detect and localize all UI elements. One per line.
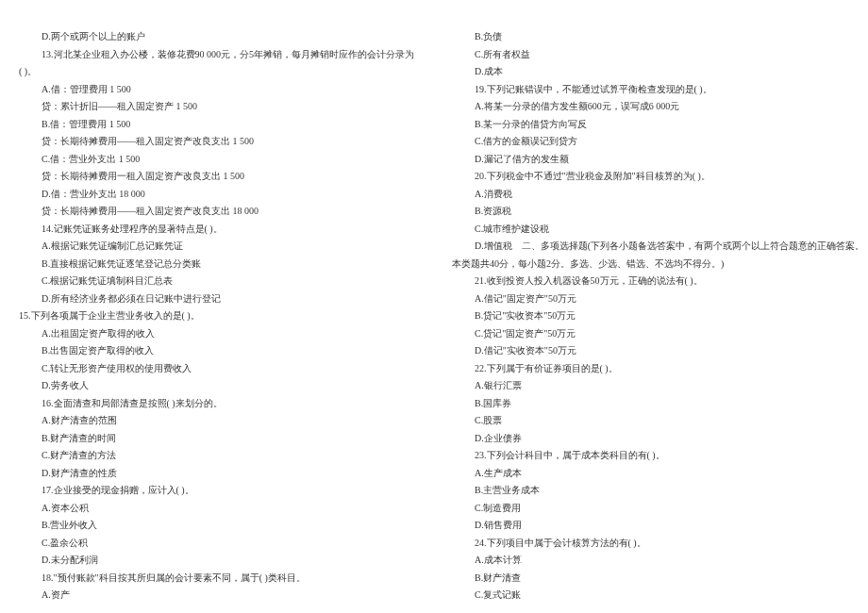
text-line: D.借：营业外支出 18 000 — [19, 186, 414, 204]
text-line: A.生产成本 — [452, 465, 864, 483]
text-line: C.盈余公积 — [19, 535, 414, 553]
right-column: B.负债C.所有者权益D.成本19.下列记账错误中，不能通过试算平衡检查发现的是… — [452, 28, 864, 604]
text-line: A.财产清查的范围 — [19, 412, 414, 430]
text-line: B.主营业务成本 — [452, 482, 864, 500]
text-line: A.借记"固定资产"50万元 — [452, 290, 864, 308]
text-line: D.未分配利润 — [19, 552, 414, 570]
text-line: C.复式记账 — [452, 587, 864, 605]
text-line: D.所有经济业务都必须在日记账中进行登记 — [19, 290, 414, 308]
text-line: C.根据记账凭证填制科目汇总表 — [19, 273, 414, 290]
text-line: C.所有者权益 — [452, 46, 864, 64]
text-line: B.营业外收入 — [19, 517, 414, 535]
text-line: 18."预付账款"科目按其所归属的会计要素不同，属于( )类科目。 — [19, 570, 414, 588]
text-line: C.转让无形资产使用权的使用费收入 — [19, 360, 414, 378]
text-line: B.某一分录的借贷方向写反 — [452, 116, 864, 134]
text-line: D.成本 — [452, 63, 864, 81]
text-line: D.财产清查的性质 — [19, 465, 414, 483]
text-line: A.借：管理费用 1 500 — [19, 81, 414, 99]
text-line: 贷：累计折旧——租入固定资产 1 500 — [19, 98, 414, 116]
text-line: B.贷记"实收资本"50万元 — [452, 307, 864, 325]
text-line: 21.收到投资人投入机器设备50万元，正确的说法有( )。 — [452, 273, 864, 290]
text-line: 20.下列税金中不通过"营业税金及附加"科目核算的为( )。 — [452, 168, 864, 186]
text-line: D.增值税 二、多项选择题(下列各小题备选答案中，有两个或两个以上符合题意的正确… — [452, 238, 864, 256]
text-line: 15.下列各项属于企业主营业务收入的是( )。 — [19, 307, 414, 325]
text-line: D.漏记了借方的发生额 — [452, 151, 864, 169]
text-line: 贷：长期待摊费用——租入固定资产改良支出 18 000 — [19, 203, 414, 221]
text-line: D.两个或两个以上的账户 — [19, 28, 414, 46]
text-line: 24.下列项目中属于会计核算方法的有( )。 — [452, 535, 864, 553]
text-line: D.企业债券 — [452, 430, 864, 448]
text-line: C.城市维护建设税 — [452, 221, 864, 239]
text-line: B.出售固定资产取得的收入 — [19, 342, 414, 360]
text-line: ( )。 — [19, 63, 414, 81]
text-line: 22.下列属于有价证券项目的是( )。 — [452, 360, 864, 378]
text-line: 23.下列会计科目中，属于成本类科目的有( )。 — [452, 447, 864, 465]
text-line: 贷：长期待摊费用——租入固定资产改良支出 1 500 — [19, 133, 414, 151]
text-line: C.制造费用 — [452, 500, 864, 518]
text-line: A.根据记账凭证编制汇总记账凭证 — [19, 238, 414, 256]
text-line: A.成本计算 — [452, 552, 864, 570]
text-line: 19.下列记账错误中，不能通过试算平衡检查发现的是( )。 — [452, 81, 864, 99]
text-line: C.贷记"固定资产"50万元 — [452, 325, 864, 343]
text-line: 17.企业接受的现金捐赠，应计入( )。 — [19, 482, 414, 500]
text-line: B.财产清查的时间 — [19, 430, 414, 448]
text-line: A.资产 — [19, 587, 414, 605]
text-line: B.借：管理费用 1 500 — [19, 116, 414, 134]
document-container: D.两个或两个以上的账户13.河北某企业租入办公楼，装修花费90 000元，分5… — [19, 28, 849, 604]
text-line: D.销售费用 — [452, 517, 864, 535]
text-line: C.股票 — [452, 412, 864, 430]
text-line: D.借记"实收资本"50万元 — [452, 342, 864, 360]
text-line: A.资本公积 — [19, 500, 414, 518]
text-line: B.国库券 — [452, 395, 864, 413]
text-line: C.借：营业外支出 1 500 — [19, 151, 414, 169]
text-line: 本类题共40分，每小题2分。多选、少选、错选、不选均不得分。) — [452, 256, 864, 273]
text-line: D.劳务收人 — [19, 377, 414, 395]
text-line: B.资源税 — [452, 203, 864, 221]
text-line: A.消费税 — [452, 186, 864, 204]
text-line: 14.记账凭证账务处理程序的显著特点是( )。 — [19, 221, 414, 239]
text-line: A.将某一分录的借方发生额600元，误写成6 000元 — [452, 98, 864, 116]
text-line: A.银行汇票 — [452, 377, 864, 395]
text-line: 16.全面清查和局部清查是按照( )来划分的。 — [19, 395, 414, 413]
text-line: B.财产清查 — [452, 570, 864, 588]
text-line: B.负债 — [452, 28, 864, 46]
left-column: D.两个或两个以上的账户13.河北某企业租入办公楼，装修花费90 000元，分5… — [19, 28, 414, 604]
text-line: C.借方的金额误记到贷方 — [452, 133, 864, 151]
text-line: A.出租固定资产取得的收入 — [19, 325, 414, 343]
text-line: 贷：长期待摊费用一租入固定资产改良支出 1 500 — [19, 168, 414, 186]
text-line: 13.河北某企业租入办公楼，装修花费90 000元，分5年摊销，每月摊销时应作的… — [19, 46, 414, 64]
text-line: B.直接根据记账凭证逐笔登记总分类账 — [19, 256, 414, 273]
text-line: C.财产清查的方法 — [19, 447, 414, 465]
